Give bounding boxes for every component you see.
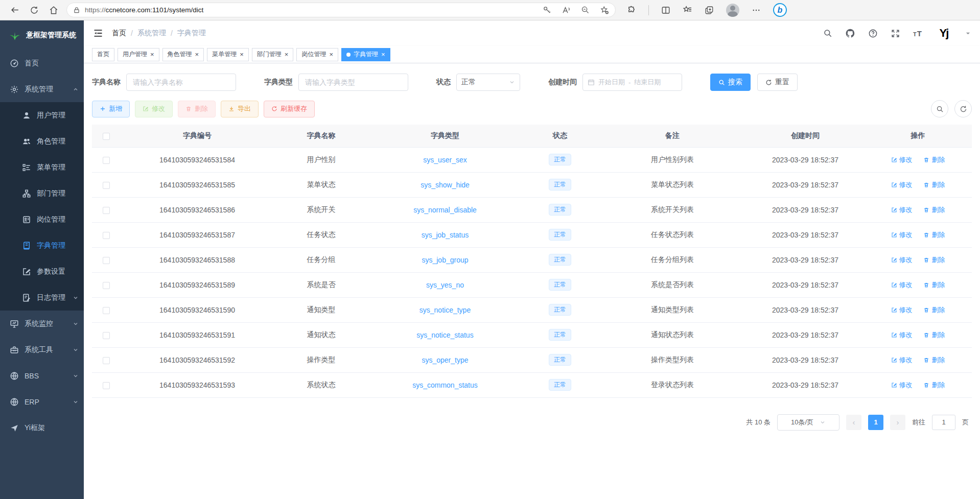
next-page-button[interactable]: ›	[890, 415, 905, 430]
edit-row-link[interactable]: 修改	[891, 355, 913, 365]
sidebar-item-erp[interactable]: ERP	[0, 389, 84, 415]
row-checkbox[interactable]	[103, 207, 110, 214]
delete-row-link[interactable]: 删除	[923, 255, 945, 265]
row-checkbox[interactable]	[103, 232, 110, 239]
collections-icon[interactable]	[705, 6, 714, 15]
row-checkbox[interactable]	[103, 257, 110, 264]
tab-dept-mgmt[interactable]: 部门管理×	[252, 48, 294, 61]
delete-button[interactable]: 删除	[178, 101, 216, 117]
date-range-picker[interactable]: 开始日期 - 结束日期	[582, 74, 682, 91]
breadcrumb-home[interactable]: 首页	[112, 29, 126, 38]
toggle-search-button[interactable]	[931, 100, 948, 117]
delete-row-link[interactable]: 删除	[923, 330, 945, 340]
delete-row-link[interactable]: 删除	[923, 155, 945, 164]
edit-row-link[interactable]: 修改	[891, 230, 913, 240]
dict-type-link[interactable]: sys_oper_type	[422, 356, 468, 364]
sidebar-item-menu-mgmt[interactable]: 菜单管理	[0, 154, 84, 180]
delete-row-link[interactable]: 删除	[923, 355, 945, 365]
delete-row-link[interactable]: 删除	[923, 230, 945, 240]
font-size-icon[interactable]: TT	[913, 29, 922, 38]
dict-type-link[interactable]: sys_notice_type	[419, 306, 471, 314]
add-button[interactable]: 新增	[92, 101, 130, 117]
row-checkbox[interactable]	[103, 282, 110, 289]
user-logo[interactable]: Yj	[935, 25, 952, 42]
tab-role-mgmt[interactable]: 角色管理×	[162, 48, 204, 61]
close-icon[interactable]: ×	[240, 51, 244, 58]
tab-user-mgmt[interactable]: 用户管理×	[118, 48, 159, 61]
prev-page-button[interactable]: ‹	[846, 415, 861, 430]
tab-menu-mgmt[interactable]: 菜单管理×	[207, 48, 249, 61]
help-icon[interactable]	[868, 29, 878, 38]
close-icon[interactable]: ×	[329, 51, 333, 58]
export-button[interactable]: 导出	[221, 101, 259, 117]
select-all-checkbox[interactable]	[103, 133, 110, 140]
url-text[interactable]: https://ccnetcore.com:1101/system/dict	[85, 6, 543, 14]
edit-row-link[interactable]: 修改	[891, 381, 913, 390]
sidebar-item-role-mgmt[interactable]: 角色管理	[0, 128, 84, 154]
search-button[interactable]: 搜索	[710, 74, 751, 91]
sidebar-item-dept-mgmt[interactable]: 部门管理	[0, 180, 84, 206]
read-aloud-icon[interactable]	[562, 6, 571, 15]
address-bar[interactable]: https://ccnetcore.com:1101/system/dict	[66, 3, 616, 17]
split-screen-icon[interactable]	[661, 6, 670, 15]
dict-type-link[interactable]: sys_show_hide	[421, 181, 470, 189]
back-icon[interactable]	[5, 2, 25, 18]
close-icon[interactable]: ×	[195, 51, 199, 58]
more-options-icon[interactable]	[752, 6, 761, 15]
home-icon[interactable]	[44, 2, 63, 18]
favorites-icon[interactable]	[683, 5, 692, 15]
dict-name-input[interactable]	[126, 74, 236, 91]
dict-type-input[interactable]	[298, 74, 408, 91]
zoom-out-icon[interactable]	[581, 6, 590, 14]
tab-home[interactable]: 首页	[92, 48, 114, 61]
delete-row-link[interactable]: 删除	[923, 280, 945, 290]
sidebar-item-bbs[interactable]: BBS	[0, 363, 84, 389]
close-icon[interactable]: ×	[150, 51, 154, 58]
edit-row-link[interactable]: 修改	[891, 305, 913, 315]
password-key-icon[interactable]	[543, 6, 551, 14]
edit-row-link[interactable]: 修改	[891, 205, 913, 215]
sidebar-item-system-tools[interactable]: 系统工具	[0, 337, 84, 363]
fullscreen-icon[interactable]	[891, 29, 900, 38]
row-checkbox[interactable]	[103, 382, 110, 389]
sidebar-item-dict-mgmt[interactable]: 字典管理	[0, 232, 84, 258]
sidebar-item-system-monitor[interactable]: 系统监控	[0, 311, 84, 337]
profile-avatar[interactable]	[726, 4, 739, 17]
row-checkbox[interactable]	[103, 332, 110, 339]
github-icon[interactable]	[845, 28, 855, 38]
dict-type-link[interactable]: sys_yes_no	[426, 281, 464, 289]
page-size-select[interactable]: 10条/页	[777, 414, 839, 431]
search-icon[interactable]	[823, 29, 832, 38]
edit-row-link[interactable]: 修改	[891, 280, 913, 290]
sidebar-item-yi-framework[interactable]: Yi框架	[0, 415, 84, 441]
edit-row-link[interactable]: 修改	[891, 255, 913, 265]
edit-row-link[interactable]: 修改	[891, 180, 913, 189]
row-checkbox[interactable]	[103, 182, 110, 189]
tab-post-mgmt[interactable]: 岗位管理×	[296, 48, 338, 61]
sidebar-item-system-mgmt[interactable]: 系统管理	[0, 76, 84, 102]
dict-type-link[interactable]: sys_normal_disable	[413, 206, 477, 214]
delete-row-link[interactable]: 删除	[923, 180, 945, 189]
close-icon[interactable]: ×	[381, 51, 385, 58]
sidebar-item-home[interactable]: 首页	[0, 50, 84, 76]
row-checkbox[interactable]	[103, 357, 110, 364]
tab-dict-mgmt[interactable]: 字典管理×	[341, 48, 390, 61]
extensions-icon[interactable]	[627, 6, 636, 15]
edit-row-link[interactable]: 修改	[891, 155, 913, 164]
app-logo[interactable]: 意框架管理系统	[0, 20, 84, 50]
row-checkbox[interactable]	[103, 157, 110, 164]
dict-type-link[interactable]: sys_job_status	[422, 231, 469, 239]
sidebar-item-log-mgmt[interactable]: 日志管理	[0, 284, 84, 311]
favorite-star-icon[interactable]	[600, 6, 609, 15]
dict-type-link[interactable]: sys_notice_status	[416, 331, 473, 339]
dict-type-link[interactable]: sys_user_sex	[423, 156, 467, 164]
goto-page-input[interactable]	[932, 415, 955, 430]
row-checkbox[interactable]	[103, 307, 110, 314]
reset-button[interactable]: 重置	[757, 74, 798, 91]
delete-row-link[interactable]: 删除	[923, 205, 945, 215]
refresh-table-button[interactable]	[954, 100, 972, 117]
sidebar-item-post-mgmt[interactable]: 岗位管理	[0, 206, 84, 232]
dropdown-caret-icon[interactable]	[965, 31, 971, 36]
delete-row-link[interactable]: 删除	[923, 381, 945, 390]
breadcrumb-system[interactable]: 系统管理	[137, 29, 166, 38]
